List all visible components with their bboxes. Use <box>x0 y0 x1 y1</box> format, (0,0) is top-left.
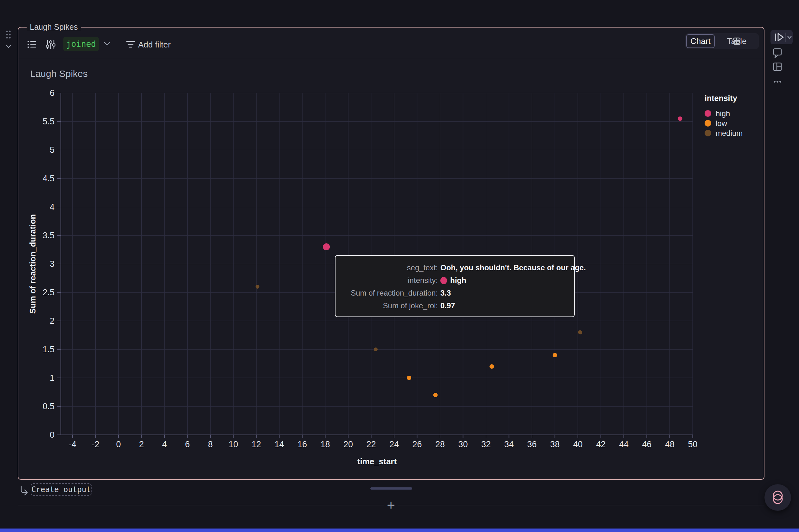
chart-tab-label: Chart <box>690 36 711 46</box>
add-filter-button[interactable]: Add filter <box>138 40 171 50</box>
tooltip-value: Ooh, you shouldn't. Because of our age. <box>440 261 586 274</box>
create-output-button[interactable]: Create output <box>31 483 92 496</box>
run-icon[interactable] <box>775 34 783 41</box>
chevron-down-icon[interactable] <box>787 36 792 38</box>
tooltip-value: 0.97 <box>440 299 568 312</box>
legend-swatch-low <box>705 120 711 127</box>
table-tab[interactable]: Table <box>715 34 759 48</box>
tooltip-label: seg_text: <box>342 261 438 274</box>
list-icon[interactable] <box>28 41 36 48</box>
legend-swatch-high <box>705 110 711 117</box>
add-cell-divider <box>18 505 384 506</box>
assistant-logo-icon <box>764 484 791 511</box>
add-cell-divider <box>398 505 764 506</box>
legend-label: low <box>716 119 727 128</box>
legend-item-low[interactable]: low <box>705 118 743 128</box>
comment-icon[interactable] <box>773 48 782 59</box>
cell-panel <box>18 27 764 480</box>
drag-handle-icon[interactable] <box>6 31 11 38</box>
chart-legend: intensity high low medium <box>705 94 743 138</box>
tooltip-label: intensity: <box>342 274 438 287</box>
legend-swatch-medium <box>705 130 711 136</box>
legend-label: medium <box>716 129 743 138</box>
assistant-button[interactable] <box>764 484 791 511</box>
legend-item-high[interactable]: high <box>705 109 743 118</box>
tooltip-value: 3.3 <box>440 287 568 299</box>
sliders-icon[interactable] <box>46 40 55 49</box>
create-output-label: Create output <box>31 485 91 494</box>
app-screen: Laugh Spikes joined Add filter Chart <box>0 0 799 532</box>
chevron-down-icon[interactable] <box>103 41 111 47</box>
legend-item-medium[interactable]: medium <box>705 128 743 138</box>
source-table-select[interactable]: joined <box>63 37 99 51</box>
layout-icon[interactable] <box>773 62 782 71</box>
view-toggle: Chart Table <box>685 33 759 49</box>
chevron-down-icon[interactable] <box>6 45 11 48</box>
cell-title: Laugh Spikes <box>26 22 81 31</box>
tooltip-label: Sum of joke_roi: <box>342 299 438 312</box>
tooltip-row: Sum of reaction_duration: 3.3 <box>342 287 568 299</box>
output-arrow-icon <box>19 486 30 496</box>
legend-label: high <box>716 109 730 118</box>
tooltip-label: Sum of reaction_duration: <box>342 287 438 299</box>
tooltip-intensity-value: high <box>450 274 466 287</box>
tooltip-row: seg_text: Ooh, you shouldn't. Because of… <box>342 261 568 274</box>
toolbar-divider <box>18 58 764 58</box>
bottom-accent-bar <box>0 529 799 532</box>
run-controls <box>770 30 793 44</box>
tooltip-swatch-dot <box>440 277 447 284</box>
chart-tab[interactable]: Chart <box>686 34 715 48</box>
resize-handle[interactable] <box>370 487 412 490</box>
tooltip-row: intensity: high <box>342 274 568 287</box>
chart-title: Laugh Spikes <box>30 68 88 79</box>
legend-title: intensity <box>705 94 743 103</box>
ellipsis-icon[interactable] <box>773 79 782 84</box>
x-axis-title: time_start <box>357 457 397 467</box>
table-rows-icon <box>733 37 741 45</box>
y-axis-title: Sum of reaction_duration <box>28 214 38 314</box>
tooltip-row: Sum of joke_roi: 0.97 <box>342 299 568 312</box>
left-rail-icons <box>0 0 18 54</box>
filter-icon[interactable] <box>125 40 135 50</box>
tooltip-value: high <box>440 274 568 287</box>
add-cell-button[interactable]: + <box>387 497 395 513</box>
chart-tooltip: seg_text: Ooh, you shouldn't. Because of… <box>335 255 575 317</box>
source-table-label: joined <box>66 39 96 49</box>
